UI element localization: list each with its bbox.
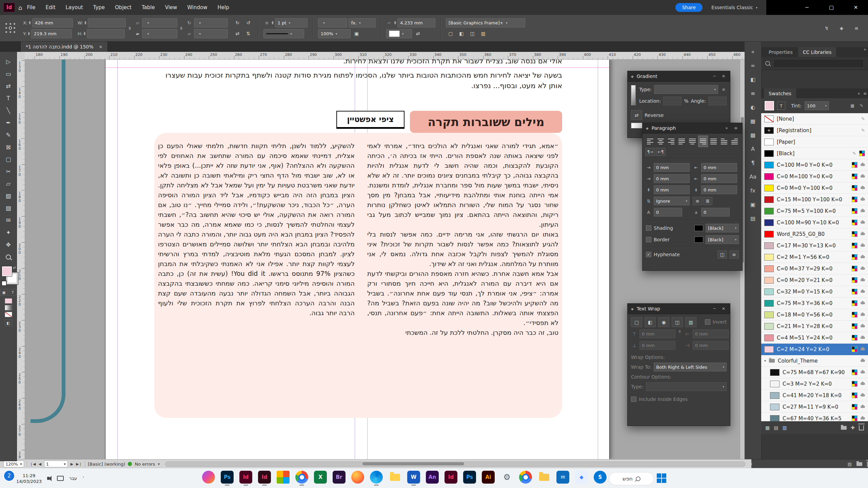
taskbar-app-media-player[interactable]	[202, 471, 215, 484]
document-tab[interactable]: *1 כתבה להדסה.indd @ 150% ✕	[21, 41, 107, 52]
constrain-proportions-icon[interactable]: ∞	[127, 26, 132, 30]
x-field[interactable]: 426 mm	[32, 18, 73, 27]
w-field[interactable]	[88, 18, 126, 27]
collapse-panel-icon[interactable]: »	[724, 126, 730, 130]
tab-properties[interactable]: Properties	[764, 47, 797, 57]
swatch-row[interactable]: C=17 M=30 Y=13 K=0	[761, 240, 868, 251]
rotate-ccw-button[interactable]: ↺	[243, 18, 253, 27]
show-all-swatches-icon[interactable]: ▦	[765, 425, 770, 430]
fill-proxy-chip[interactable]	[765, 101, 774, 110]
page-number-field[interactable]: 1▾	[44, 461, 68, 467]
tab-swatches[interactable]: Swatches	[764, 88, 796, 98]
panel-menu-icon[interactable]: ≡	[733, 126, 739, 130]
h-stepper[interactable]: ▲▼	[84, 32, 85, 36]
menu-view[interactable]: View	[165, 4, 177, 11]
text-fill-toggle[interactable]: T	[777, 102, 785, 110]
swatch-row[interactable]: C=0 M=0 Y=100 K=0	[761, 182, 868, 194]
align-to-grid-on-icon[interactable]: ≣	[703, 197, 712, 205]
wrap-jump-column-button[interactable]: ▥	[685, 317, 696, 327]
swatch-row[interactable]: [Paper]	[761, 136, 868, 148]
minimize-panel-icon[interactable]: ─	[711, 74, 717, 79]
justify-last-left-button[interactable]	[677, 136, 687, 147]
taskbar-app-animate[interactable]: An	[426, 471, 439, 484]
w-stepper[interactable]: ▲▼	[84, 21, 86, 25]
minimize-button[interactable]: ─	[795, 4, 819, 11]
delete-swatch-icon[interactable]	[859, 425, 864, 430]
byline-frame[interactable]: ציפי אפשטיין	[336, 111, 405, 129]
gradient-reverse-icon[interactable]: ⇄	[631, 110, 642, 120]
apply-gradient-button[interactable]	[5, 305, 12, 310]
invert-checkbox[interactable]	[705, 319, 710, 325]
menu-layout[interactable]: Layout	[66, 4, 83, 11]
pen-tool[interactable]: ✒	[1, 117, 16, 129]
hand-tool[interactable]: ✥	[1, 239, 16, 251]
preflight-menu-icon[interactable]: ▾	[158, 462, 160, 466]
y-field[interactable]: 219.3 mm	[31, 29, 72, 38]
hyphenate-checkbox[interactable]: ✓	[646, 252, 651, 257]
swatch-row[interactable]: C=15 M=100 Y=100 K=0	[761, 194, 868, 205]
swatch-row[interactable]: C=41 M=20 Y=18 K=0	[761, 390, 868, 401]
cc-home-icon[interactable]: ◈	[837, 24, 846, 33]
swatch-row[interactable]: C=0 M=20 Y=21 K=0	[761, 274, 868, 286]
menu-window[interactable]: Window	[187, 4, 207, 11]
border-color-dropdown[interactable]: [Black]▾	[706, 235, 739, 244]
tint-field[interactable]: 100▾	[805, 101, 829, 110]
frame-fitting-button[interactable]: ▥	[478, 29, 488, 38]
previous-page-button[interactable]: ◀	[38, 462, 41, 466]
gap-tool[interactable]: ⇄	[1, 80, 16, 92]
corner-radius-stepper[interactable]: ▲▼	[394, 21, 396, 25]
formatting-text-button[interactable]: T	[9, 289, 17, 296]
offset-right-field[interactable]: 0 mm	[693, 341, 729, 350]
default-fill-stroke-icon[interactable]	[1, 281, 7, 286]
swatch-row[interactable]: C=67 M=40 Y=36 K=5	[761, 413, 868, 421]
justify-last-center-button[interactable]	[687, 136, 697, 147]
wrap-to-dropdown[interactable]: Both Right & Left Sides▾	[654, 363, 727, 371]
shading-color-well[interactable]	[694, 225, 703, 231]
language-indicator[interactable]: עבר	[69, 476, 77, 481]
swatch-row[interactable]: C=0 M=37 Y=29 K=0	[761, 263, 868, 274]
balance-lines-icon[interactable]: ◫	[717, 250, 727, 259]
wrap-none-button[interactable]: ▢	[631, 317, 642, 327]
taskbar-search[interactable]: חפש	[609, 472, 654, 485]
wrap-jump-object-button[interactable]: ◫	[672, 317, 683, 327]
menu-object[interactable]: Object	[115, 4, 132, 11]
wrap-none-button[interactable]: ▢	[446, 29, 455, 38]
justify-last-right-button[interactable]	[698, 136, 708, 147]
stroke-type-dropdown[interactable]: ▾	[263, 29, 304, 38]
right-indent-field[interactable]: 0 mm	[701, 163, 737, 172]
line-tool[interactable]: ╲	[1, 104, 16, 117]
taskbar-app-chrome-2[interactable]	[519, 471, 532, 484]
taskbar-app-file-explorer[interactable]	[389, 471, 401, 484]
object-style-dropdown[interactable]: [Basic Graphics Frame]+▾	[446, 18, 525, 27]
swatch-row[interactable]: [Black]✎	[761, 148, 868, 159]
pages-panel-icon[interactable]: ▤	[745, 211, 761, 225]
formatting-container-button[interactable]: ▣	[0, 289, 8, 296]
glyphs-panel-icon[interactable]: Aa	[745, 170, 761, 184]
swatch-row[interactable]: C=100 M=0 Y=0 K=0	[761, 159, 868, 171]
last-line-indent-field[interactable]: 0 mm	[701, 174, 737, 183]
close-panel-icon[interactable]: ✕	[721, 74, 727, 79]
share-button[interactable]: Share	[675, 3, 703, 12]
edit-swatch-icon[interactable]: ✎	[859, 103, 865, 108]
apply-color-button[interactable]	[5, 298, 12, 304]
show-color-swatches-icon[interactable]: ▤	[774, 425, 778, 430]
left-indent-field[interactable]: 0 mm	[654, 163, 690, 172]
effects-panel-icon[interactable]: fx	[745, 184, 761, 198]
fill-swatch-dropdown[interactable]: ▾	[386, 29, 412, 38]
swatch-row[interactable]: C=21 M=1 Y=28 K=0	[761, 321, 868, 332]
dropcap-characters-field[interactable]: 0	[701, 208, 730, 217]
quick-apply-icon[interactable]: ↯	[822, 24, 831, 33]
dropcap-lines-field[interactable]: 0	[654, 208, 682, 217]
taskbar-app-indesign-prerelease[interactable]: Id	[258, 471, 271, 484]
taskbar-app-settings[interactable]: ⚙	[500, 471, 513, 484]
menu-help[interactable]: Help	[217, 4, 229, 11]
show-gradient-swatches-icon[interactable]: ▥	[782, 425, 787, 430]
zoom-tool[interactable]	[1, 251, 16, 263]
character-panel-icon[interactable]: A	[745, 142, 761, 156]
gradient-angle-field[interactable]	[708, 97, 727, 105]
swatch-row[interactable]: Word_R255_G0_B0	[761, 228, 868, 240]
eyedropper-tool[interactable]: ✦	[1, 226, 16, 239]
offset-left-field[interactable]: 0 mm	[693, 329, 729, 338]
swatch-row[interactable]: +[Registration]✎	[761, 125, 868, 136]
scale-y-field[interactable]: ▾	[142, 29, 177, 38]
